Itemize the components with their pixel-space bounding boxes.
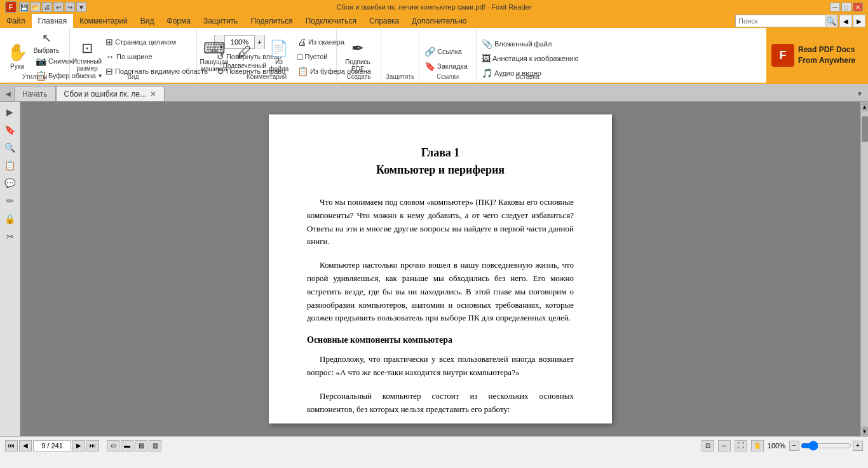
menu-comment[interactable]: Комментарий bbox=[73, 14, 134, 28]
next-page-button[interactable]: ▶ bbox=[72, 440, 85, 451]
scrollbar-vertical: ▲ ▼ bbox=[860, 102, 868, 436]
page-input[interactable]: 9 / 241 bbox=[33, 440, 71, 451]
status-bar: ⏮ ◀ 9 / 241 ▶ ⏭ ▭ ▬ ▤ ▥ ⊡ ↔ ⛶ 🖐 100% − + bbox=[0, 436, 868, 454]
page-view-cover[interactable]: ▥ bbox=[149, 440, 161, 451]
foxit-promo-banner[interactable]: F Read PDF Docs From Anywhere bbox=[766, 28, 868, 83]
sidebar-pages-icon[interactable]: 📋 bbox=[3, 158, 18, 173]
menu-help[interactable]: Справка bbox=[363, 14, 405, 28]
empty-label: Пустой bbox=[304, 53, 327, 60]
link-icon: 🔗 bbox=[424, 46, 435, 57]
sidebar-crop-icon[interactable]: ✂ bbox=[3, 229, 18, 244]
select-button[interactable]: ↖ Выбрать bbox=[33, 31, 60, 53]
ribbon-forward-button[interactable]: ▶ bbox=[853, 15, 865, 27]
menu-view[interactable]: Вид bbox=[134, 14, 161, 28]
link-label: Ссылка bbox=[437, 48, 462, 55]
fit-width-icon: ↔ bbox=[105, 52, 114, 62]
last-page-button[interactable]: ⏭ bbox=[86, 440, 99, 451]
foxit-line1: Read PDF Docs bbox=[798, 45, 855, 55]
fit-width-status-button[interactable]: ↔ bbox=[718, 440, 731, 451]
zoom-in-button[interactable]: + bbox=[853, 441, 863, 451]
link-button[interactable]: 🔗 Ссылка bbox=[422, 45, 465, 59]
tab-close-button[interactable]: ✕ bbox=[150, 90, 156, 99]
left-sidebar: ▶ 🔖 🔍 📋 💬 ✏ 🔒 ✂ bbox=[0, 102, 20, 436]
fit-width-label: По ширине bbox=[116, 53, 153, 60]
open-icon[interactable]: 📂 bbox=[31, 2, 41, 12]
customize-icon[interactable]: ▼ bbox=[76, 2, 86, 12]
minimize-button[interactable]: ─ bbox=[830, 3, 840, 11]
first-page-button[interactable]: ⏮ bbox=[5, 440, 18, 451]
scanner-icon: 🖨 bbox=[297, 37, 306, 47]
group-view: ⊡ Истинный размер ⊞ Страница целиком ↔ П… bbox=[70, 29, 197, 81]
fit-window-button[interactable]: ⊡ bbox=[702, 440, 714, 451]
links-label: Ссылки bbox=[419, 73, 476, 80]
comment-label: Комментарий bbox=[197, 73, 336, 80]
menu-home[interactable]: Главная bbox=[32, 14, 74, 28]
foxit-line2: From Anywhere bbox=[798, 55, 855, 66]
scroll-thumb[interactable] bbox=[862, 116, 868, 142]
group-create: ✒ Подпись PDF Создать bbox=[337, 29, 381, 81]
fit-width-button[interactable]: ↔ По ширине bbox=[103, 50, 155, 64]
restore-button[interactable]: □ bbox=[841, 3, 851, 11]
links-buttons: 🔗 Ссылка 🔖 Закладка bbox=[422, 39, 470, 73]
sidebar-expand-icon[interactable]: ▶ bbox=[3, 104, 18, 120]
redo-icon[interactable]: ↪ bbox=[65, 2, 75, 12]
snapshot-icon: 📷 bbox=[36, 56, 46, 66]
annotation-image-icon: 🖼 bbox=[482, 53, 491, 64]
page-view-buttons: ▭ ▬ ▤ ▥ bbox=[107, 440, 161, 451]
page-view-continuous[interactable]: ▬ bbox=[121, 440, 133, 451]
empty-button[interactable]: □ Пустой bbox=[295, 50, 330, 64]
zoom-out-button[interactable]: − bbox=[789, 441, 799, 451]
section-header: Основные компоненты компьютера bbox=[307, 335, 574, 345]
utilities-label: Утилиты bbox=[0, 73, 69, 80]
menu-file[interactable]: Файл bbox=[0, 14, 32, 28]
full-page-label: Страница целиком bbox=[115, 38, 176, 46]
scroll-up-button[interactable]: ▲ bbox=[862, 102, 868, 111]
bookmark-button[interactable]: 🔖 Закладка bbox=[422, 59, 470, 73]
menu-share[interactable]: Поделиться bbox=[244, 14, 299, 28]
scroll-down-button[interactable]: ▼ bbox=[862, 427, 868, 436]
title-bar: F 💾 📂 🖨 ↩ ↪ ▼ Сбои и ошибки пк. лечим ко… bbox=[0, 0, 868, 14]
sidebar-bookmark-icon[interactable]: 🔖 bbox=[3, 122, 18, 137]
page-view-two-page[interactable]: ▤ bbox=[135, 440, 147, 451]
full-screen-button[interactable]: ⛶ bbox=[735, 440, 747, 451]
view-sub-buttons: ⊞ Страница целиком ↔ По ширине ⊟ Подогна… bbox=[103, 34, 213, 78]
app-icon: F bbox=[5, 1, 17, 13]
tab-dropdown-button[interactable]: ▼ bbox=[854, 88, 865, 99]
menu-protect[interactable]: Защитить bbox=[197, 14, 244, 28]
menu-form[interactable]: Форма bbox=[161, 14, 197, 28]
title-bar-left: F 💾 📂 🖨 ↩ ↪ ▼ bbox=[5, 1, 86, 13]
ribbon-search-button[interactable]: 🔍 bbox=[825, 15, 837, 27]
print-icon[interactable]: 🖨 bbox=[42, 2, 52, 12]
sidebar-search-icon[interactable]: 🔍 bbox=[3, 140, 18, 155]
zoom-slider[interactable] bbox=[801, 441, 851, 451]
menu-extra[interactable]: Дополнительно bbox=[405, 14, 473, 28]
annotation-image-button[interactable]: 🖼 Аннотация к изображению bbox=[479, 52, 581, 65]
prev-page-button[interactable]: ◀ bbox=[19, 440, 32, 451]
attachment-button[interactable]: 📎 Вложенный файл bbox=[479, 37, 554, 51]
foxit-logo: F bbox=[771, 44, 794, 67]
sidebar-edit-icon[interactable]: ✏ bbox=[3, 193, 18, 209]
group-protect: Защитить bbox=[381, 29, 419, 81]
undo-icon[interactable]: ↩ bbox=[53, 2, 64, 12]
full-page-button[interactable]: ⊞ Страница целиком bbox=[103, 35, 179, 49]
save-icon[interactable]: 💾 bbox=[19, 2, 29, 12]
ribbon-search-input[interactable] bbox=[736, 15, 825, 27]
tab-left-arrow[interactable]: ◀ bbox=[3, 88, 14, 99]
ribbon-nav-buttons: ◀ ▶ bbox=[839, 15, 865, 27]
status-right: ⊡ ↔ ⛶ 🖐 100% − + bbox=[702, 440, 863, 451]
view-label: Вид bbox=[70, 73, 196, 80]
ribbon-back-button[interactable]: ◀ bbox=[839, 15, 852, 27]
attachment-icon: 📎 bbox=[482, 39, 492, 49]
sidebar-lock-icon[interactable]: 🔒 bbox=[3, 211, 18, 226]
tab-document[interactable]: Сбои и ошибки пк. ле... ✕ bbox=[56, 86, 165, 101]
menu-connect[interactable]: Подключиться bbox=[299, 14, 363, 28]
bookmark-label: Закладка bbox=[437, 62, 468, 70]
tab-start[interactable]: Начать bbox=[14, 86, 56, 101]
page-view-single[interactable]: ▭ bbox=[107, 440, 119, 451]
scroll-track[interactable] bbox=[862, 111, 868, 427]
sidebar-comment-icon[interactable]: 💬 bbox=[3, 176, 18, 191]
hand-status-button[interactable]: 🖐 bbox=[751, 440, 764, 451]
page-navigation: ⏮ ◀ 9 / 241 ▶ ⏭ bbox=[5, 440, 99, 451]
close-button[interactable]: ✕ bbox=[853, 3, 863, 11]
window-title: Сбои и ошибки пк. лечим компьютер сами.p… bbox=[337, 3, 532, 11]
